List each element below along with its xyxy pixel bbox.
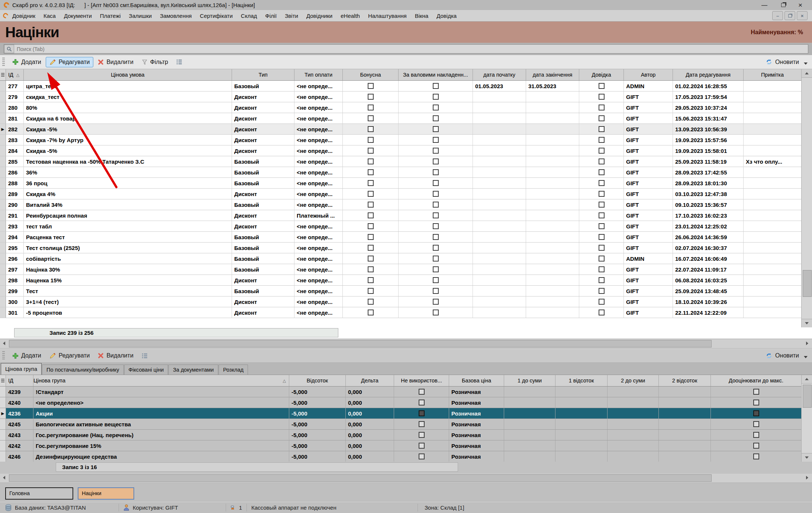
checkbox[interactable] [368, 158, 374, 164]
toolbar-grip[interactable] [2, 58, 5, 67]
scroll-down-icon[interactable] [802, 319, 812, 327]
search-icon[interactable] [4, 45, 14, 53]
column-header-9[interactable]: 2 до суми [608, 375, 659, 386]
tab-5[interactable]: Розклад [219, 365, 248, 375]
checkbox[interactable] [368, 126, 374, 132]
checkbox[interactable] [433, 191, 439, 197]
table-row[interactable]: ▶4236Акции-5,0000,000Розничная [0, 408, 802, 419]
checkbox[interactable] [753, 453, 759, 459]
column-header-12[interactable]: Примітка [744, 69, 802, 80]
column-header-4[interactable]: Тип оплати [294, 69, 343, 80]
checkbox[interactable] [433, 223, 439, 229]
scroll-up-icon[interactable] [802, 69, 812, 78]
column-header-5[interactable]: Не використов... [394, 375, 449, 386]
checkbox[interactable] [368, 288, 374, 294]
table-row[interactable]: 28636%Базовый<не опреде...GIFT28.09.2023… [0, 167, 802, 178]
checkbox[interactable] [433, 148, 439, 154]
scroll-right-icon[interactable] [803, 339, 811, 347]
menu-item-11[interactable]: Довідники [302, 13, 336, 19]
menu-item-12[interactable]: eHealth [336, 13, 364, 19]
table-row[interactable]: 4240<не определено>-5,0000,000Розничная [0, 397, 802, 408]
column-header-4[interactable]: Дельта [346, 375, 394, 386]
checkbox[interactable] [599, 191, 605, 197]
menu-item-14[interactable]: Вікна [411, 13, 433, 19]
checkbox[interactable] [599, 310, 605, 315]
checkbox[interactable] [753, 400, 759, 405]
checkbox[interactable] [368, 299, 374, 305]
checkbox[interactable] [368, 115, 374, 121]
checkbox[interactable] [753, 443, 759, 449]
checkbox[interactable] [599, 137, 605, 143]
checkbox[interactable] [599, 299, 605, 305]
table-row[interactable]: 290Виталий 34%Базовый<не опреде...GIFT09… [0, 199, 802, 210]
checkbox[interactable] [433, 245, 439, 251]
table-row[interactable]: 4246Дезинфицирующие средства-5,0000,000Р… [0, 451, 802, 462]
toolbar-grip[interactable] [2, 351, 5, 360]
checkbox[interactable] [599, 256, 605, 262]
table-row[interactable]: 298Наценка 15%Дисконт<не опреде...GIFT06… [0, 275, 802, 286]
checkbox[interactable] [433, 105, 439, 110]
minimize-icon[interactable]: — [761, 2, 767, 8]
scroll-right-icon[interactable] [803, 474, 811, 482]
checkbox[interactable] [433, 234, 439, 240]
columns-button[interactable] [173, 57, 186, 67]
table-row[interactable]: 279скидка_тестДисконт<не опреде...GIFT17… [0, 92, 802, 102]
checkbox[interactable] [599, 223, 605, 229]
checkbox[interactable] [599, 202, 605, 208]
checkbox[interactable] [368, 83, 374, 89]
checkbox[interactable] [599, 245, 605, 251]
checkbox[interactable] [433, 169, 439, 175]
delete-button[interactable]: Видалити [94, 350, 137, 361]
vertical-scrollbar[interactable] [801, 375, 812, 462]
refresh-button[interactable]: Оновити [766, 352, 808, 359]
checkbox[interactable] [433, 115, 439, 121]
column-header-6[interactable]: Базова ціна [449, 375, 504, 386]
menu-item-4[interactable]: Платежі [96, 13, 125, 19]
checkbox[interactable] [433, 310, 439, 315]
checkbox[interactable] [599, 115, 605, 121]
menu-item-5[interactable]: Залишки [125, 13, 156, 19]
scroll-left-icon[interactable] [0, 474, 8, 482]
table-row[interactable]: 294Расценка тестБазовый<не опреде...GIFT… [0, 232, 802, 243]
column-header-11[interactable]: Дооцінювати до макс. [711, 375, 802, 386]
checkbox[interactable] [368, 148, 374, 154]
column-header-3[interactable]: Тип [232, 69, 294, 80]
checkbox[interactable] [368, 234, 374, 240]
table-row[interactable]: 301-5 процентовДисконт<не опреде...GIFT2… [0, 307, 802, 318]
checkbox[interactable] [599, 266, 605, 272]
table-row[interactable]: 28836 процБазовый<не опреде...GIFT28.09.… [0, 178, 802, 189]
column-header-3[interactable]: Відсоток [289, 375, 346, 386]
checkbox[interactable] [433, 299, 439, 305]
checkbox[interactable] [368, 180, 374, 186]
table-row[interactable]: 4239!Стандарт-5,0000,000Розничная [0, 387, 802, 397]
checkbox[interactable] [599, 158, 605, 164]
column-header-7[interactable]: 1 до суми [504, 375, 555, 386]
checkbox[interactable] [599, 105, 605, 110]
checkbox[interactable] [368, 223, 374, 229]
checkbox[interactable] [419, 432, 425, 438]
checkbox[interactable] [368, 191, 374, 197]
column-header-10[interactable]: 2 відсоток [659, 375, 711, 386]
tab-2[interactable]: По постачальнику/виробнику [42, 365, 124, 375]
checkbox[interactable] [599, 288, 605, 294]
checkbox[interactable] [433, 83, 439, 89]
column-header-1[interactable]: ІД△ [6, 69, 24, 80]
checkbox[interactable] [368, 256, 374, 262]
checkbox[interactable] [433, 94, 439, 100]
scrollbar-thumb[interactable] [803, 270, 812, 297]
checkbox[interactable] [368, 212, 374, 218]
menu-item-2[interactable]: Каса [39, 13, 60, 19]
checkbox[interactable] [599, 180, 605, 186]
menu-item-10[interactable]: Звіти [281, 13, 302, 19]
checkbox[interactable] [433, 277, 439, 283]
checkbox[interactable] [753, 410, 759, 416]
edit-button[interactable]: Редагувати [46, 350, 94, 361]
checkbox[interactable] [599, 234, 605, 240]
checkbox[interactable] [599, 148, 605, 154]
table-row[interactable]: 3003+1=4 (тест)Дисконт<не опреде...GIFT1… [0, 296, 802, 307]
scroll-up-icon[interactable] [802, 375, 812, 384]
table-row[interactable]: 289Скидка 4%Дисконт<не опреде...GIFT03.1… [0, 189, 802, 199]
menu-item-15[interactable]: Довідка [432, 13, 461, 19]
column-header-2[interactable]: Цінова група△ [33, 375, 289, 386]
edit-button[interactable]: Редагувати [46, 57, 94, 67]
